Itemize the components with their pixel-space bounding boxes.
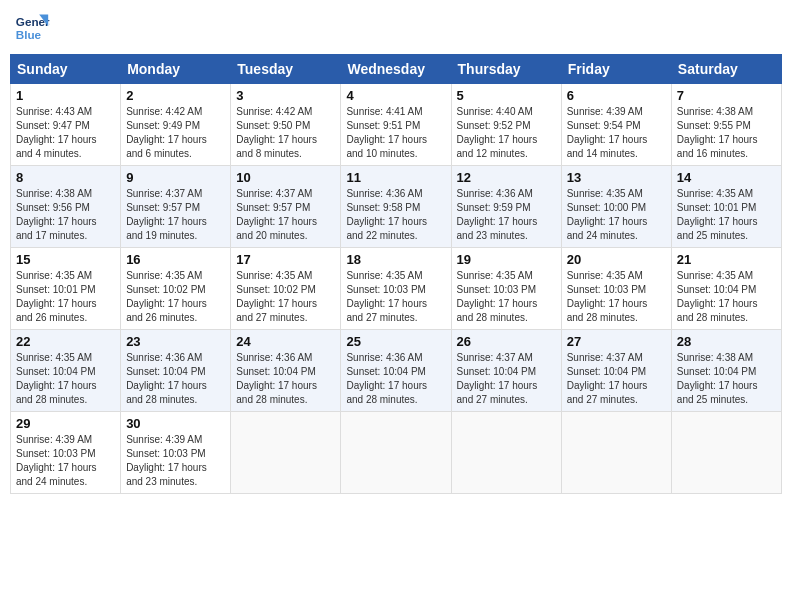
day-cell: 11Sunrise: 4:36 AM Sunset: 9:58 PM Dayli… xyxy=(341,166,451,248)
day-info: Sunrise: 4:41 AM Sunset: 9:51 PM Dayligh… xyxy=(346,105,445,161)
week-row-3: 15Sunrise: 4:35 AM Sunset: 10:01 PM Dayl… xyxy=(11,248,782,330)
day-number: 30 xyxy=(126,416,225,431)
day-info: Sunrise: 4:37 AM Sunset: 10:04 PM Daylig… xyxy=(567,351,666,407)
day-number: 12 xyxy=(457,170,556,185)
header-cell-thursday: Thursday xyxy=(451,55,561,84)
day-cell xyxy=(341,412,451,494)
day-cell: 9Sunrise: 4:37 AM Sunset: 9:57 PM Daylig… xyxy=(121,166,231,248)
day-info: Sunrise: 4:39 AM Sunset: 10:03 PM Daylig… xyxy=(126,433,225,489)
day-number: 21 xyxy=(677,252,776,267)
day-info: Sunrise: 4:39 AM Sunset: 10:03 PM Daylig… xyxy=(16,433,115,489)
day-info: Sunrise: 4:40 AM Sunset: 9:52 PM Dayligh… xyxy=(457,105,556,161)
day-number: 18 xyxy=(346,252,445,267)
day-info: Sunrise: 4:38 AM Sunset: 10:04 PM Daylig… xyxy=(677,351,776,407)
day-number: 11 xyxy=(346,170,445,185)
day-cell: 2Sunrise: 4:42 AM Sunset: 9:49 PM Daylig… xyxy=(121,84,231,166)
week-row-4: 22Sunrise: 4:35 AM Sunset: 10:04 PM Dayl… xyxy=(11,330,782,412)
day-number: 25 xyxy=(346,334,445,349)
day-cell: 24Sunrise: 4:36 AM Sunset: 10:04 PM Dayl… xyxy=(231,330,341,412)
logo-icon: General Blue xyxy=(14,10,50,46)
day-cell xyxy=(451,412,561,494)
day-number: 15 xyxy=(16,252,115,267)
day-cell: 21Sunrise: 4:35 AM Sunset: 10:04 PM Dayl… xyxy=(671,248,781,330)
day-info: Sunrise: 4:42 AM Sunset: 9:49 PM Dayligh… xyxy=(126,105,225,161)
day-number: 3 xyxy=(236,88,335,103)
day-cell: 8Sunrise: 4:38 AM Sunset: 9:56 PM Daylig… xyxy=(11,166,121,248)
header-cell-wednesday: Wednesday xyxy=(341,55,451,84)
day-cell: 14Sunrise: 4:35 AM Sunset: 10:01 PM Dayl… xyxy=(671,166,781,248)
day-info: Sunrise: 4:37 AM Sunset: 9:57 PM Dayligh… xyxy=(126,187,225,243)
week-row-2: 8Sunrise: 4:38 AM Sunset: 9:56 PM Daylig… xyxy=(11,166,782,248)
day-number: 6 xyxy=(567,88,666,103)
day-cell: 5Sunrise: 4:40 AM Sunset: 9:52 PM Daylig… xyxy=(451,84,561,166)
day-info: Sunrise: 4:36 AM Sunset: 9:59 PM Dayligh… xyxy=(457,187,556,243)
day-number: 14 xyxy=(677,170,776,185)
day-cell: 6Sunrise: 4:39 AM Sunset: 9:54 PM Daylig… xyxy=(561,84,671,166)
day-number: 8 xyxy=(16,170,115,185)
header-cell-sunday: Sunday xyxy=(11,55,121,84)
header-cell-saturday: Saturday xyxy=(671,55,781,84)
logo: General Blue xyxy=(14,10,50,46)
day-number: 16 xyxy=(126,252,225,267)
day-cell: 3Sunrise: 4:42 AM Sunset: 9:50 PM Daylig… xyxy=(231,84,341,166)
day-cell: 20Sunrise: 4:35 AM Sunset: 10:03 PM Dayl… xyxy=(561,248,671,330)
day-cell: 7Sunrise: 4:38 AM Sunset: 9:55 PM Daylig… xyxy=(671,84,781,166)
header-row: SundayMondayTuesdayWednesdayThursdayFrid… xyxy=(11,55,782,84)
day-cell: 28Sunrise: 4:38 AM Sunset: 10:04 PM Dayl… xyxy=(671,330,781,412)
day-cell xyxy=(231,412,341,494)
day-number: 13 xyxy=(567,170,666,185)
day-info: Sunrise: 4:42 AM Sunset: 9:50 PM Dayligh… xyxy=(236,105,335,161)
day-number: 4 xyxy=(346,88,445,103)
day-number: 19 xyxy=(457,252,556,267)
day-info: Sunrise: 4:39 AM Sunset: 9:54 PM Dayligh… xyxy=(567,105,666,161)
day-cell xyxy=(561,412,671,494)
day-info: Sunrise: 4:38 AM Sunset: 9:56 PM Dayligh… xyxy=(16,187,115,243)
day-info: Sunrise: 4:37 AM Sunset: 9:57 PM Dayligh… xyxy=(236,187,335,243)
day-cell: 30Sunrise: 4:39 AM Sunset: 10:03 PM Dayl… xyxy=(121,412,231,494)
day-number: 17 xyxy=(236,252,335,267)
header-cell-friday: Friday xyxy=(561,55,671,84)
day-cell xyxy=(671,412,781,494)
day-info: Sunrise: 4:35 AM Sunset: 10:02 PM Daylig… xyxy=(236,269,335,325)
day-number: 10 xyxy=(236,170,335,185)
day-info: Sunrise: 4:35 AM Sunset: 10:04 PM Daylig… xyxy=(16,351,115,407)
day-cell: 10Sunrise: 4:37 AM Sunset: 9:57 PM Dayli… xyxy=(231,166,341,248)
header: General Blue xyxy=(10,10,782,46)
day-number: 24 xyxy=(236,334,335,349)
day-cell: 13Sunrise: 4:35 AM Sunset: 10:00 PM Dayl… xyxy=(561,166,671,248)
day-info: Sunrise: 4:36 AM Sunset: 9:58 PM Dayligh… xyxy=(346,187,445,243)
day-number: 26 xyxy=(457,334,556,349)
day-number: 28 xyxy=(677,334,776,349)
week-row-1: 1Sunrise: 4:43 AM Sunset: 9:47 PM Daylig… xyxy=(11,84,782,166)
day-number: 20 xyxy=(567,252,666,267)
day-info: Sunrise: 4:36 AM Sunset: 10:04 PM Daylig… xyxy=(126,351,225,407)
svg-text:Blue: Blue xyxy=(16,28,42,41)
day-number: 2 xyxy=(126,88,225,103)
day-info: Sunrise: 4:35 AM Sunset: 10:03 PM Daylig… xyxy=(346,269,445,325)
day-cell: 29Sunrise: 4:39 AM Sunset: 10:03 PM Dayl… xyxy=(11,412,121,494)
day-info: Sunrise: 4:35 AM Sunset: 10:03 PM Daylig… xyxy=(457,269,556,325)
day-number: 23 xyxy=(126,334,225,349)
day-cell: 19Sunrise: 4:35 AM Sunset: 10:03 PM Dayl… xyxy=(451,248,561,330)
day-number: 9 xyxy=(126,170,225,185)
day-number: 1 xyxy=(16,88,115,103)
day-cell: 1Sunrise: 4:43 AM Sunset: 9:47 PM Daylig… xyxy=(11,84,121,166)
day-cell: 25Sunrise: 4:36 AM Sunset: 10:04 PM Dayl… xyxy=(341,330,451,412)
day-cell: 27Sunrise: 4:37 AM Sunset: 10:04 PM Dayl… xyxy=(561,330,671,412)
day-number: 5 xyxy=(457,88,556,103)
day-cell: 26Sunrise: 4:37 AM Sunset: 10:04 PM Dayl… xyxy=(451,330,561,412)
day-info: Sunrise: 4:35 AM Sunset: 10:02 PM Daylig… xyxy=(126,269,225,325)
day-info: Sunrise: 4:35 AM Sunset: 10:00 PM Daylig… xyxy=(567,187,666,243)
day-info: Sunrise: 4:37 AM Sunset: 10:04 PM Daylig… xyxy=(457,351,556,407)
day-number: 29 xyxy=(16,416,115,431)
day-info: Sunrise: 4:36 AM Sunset: 10:04 PM Daylig… xyxy=(236,351,335,407)
day-cell: 12Sunrise: 4:36 AM Sunset: 9:59 PM Dayli… xyxy=(451,166,561,248)
day-info: Sunrise: 4:35 AM Sunset: 10:03 PM Daylig… xyxy=(567,269,666,325)
week-row-5: 29Sunrise: 4:39 AM Sunset: 10:03 PM Dayl… xyxy=(11,412,782,494)
day-number: 27 xyxy=(567,334,666,349)
day-cell: 4Sunrise: 4:41 AM Sunset: 9:51 PM Daylig… xyxy=(341,84,451,166)
day-cell: 22Sunrise: 4:35 AM Sunset: 10:04 PM Dayl… xyxy=(11,330,121,412)
day-info: Sunrise: 4:35 AM Sunset: 10:01 PM Daylig… xyxy=(677,187,776,243)
day-info: Sunrise: 4:43 AM Sunset: 9:47 PM Dayligh… xyxy=(16,105,115,161)
day-info: Sunrise: 4:35 AM Sunset: 10:04 PM Daylig… xyxy=(677,269,776,325)
